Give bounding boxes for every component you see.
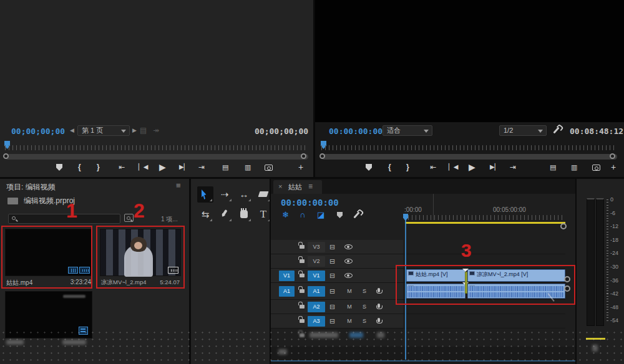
lock-icon[interactable] [300, 333, 305, 337]
step-forward-icon[interactable]: ▶▏ [179, 161, 188, 173]
search-input[interactable] [8, 214, 120, 224]
program-timecode[interactable]: 00:00:00:00 [329, 127, 383, 136]
next-page-icon[interactable]: ▶ [132, 127, 137, 133]
voiceover-mic-icon[interactable] [378, 318, 380, 322]
track-content-a3[interactable] [403, 314, 565, 328]
timeline-ruler[interactable] [404, 215, 565, 220]
track-target-a3[interactable]: A3 [308, 316, 325, 327]
settings-grid-icon[interactable]: ▤ [140, 126, 147, 135]
insert-as-nest-icon[interactable]: ❄ [282, 210, 289, 219]
track-visibility-icon[interactable] [344, 259, 353, 264]
lock-icon[interactable] [300, 289, 305, 293]
export-frame-icon[interactable] [265, 165, 273, 171]
step-back-icon[interactable]: ▏◀ [139, 161, 148, 173]
go-to-in-icon[interactable]: ⇤ [430, 161, 436, 173]
add-marker-icon[interactable] [337, 212, 343, 218]
source-patch-video[interactable]: V1 [279, 271, 295, 281]
hand-tool[interactable] [236, 206, 252, 223]
track-target-a1[interactable]: A1 [308, 286, 325, 297]
mute-button[interactable]: M [344, 302, 354, 311]
timeline-timecode[interactable]: 00:00:00:00 [281, 198, 339, 208]
mark-in-icon[interactable]: { [388, 161, 391, 173]
solo-button[interactable]: S [359, 287, 369, 295]
track-target-v3[interactable]: V3 [308, 242, 325, 252]
mark-out-icon[interactable]: } [97, 161, 100, 173]
insert-icon[interactable]: ▤ [222, 161, 228, 173]
play-icon[interactable]: ▶ [469, 161, 475, 173]
solo-button[interactable]: S [359, 302, 369, 311]
timeline-settings-icon[interactable] [353, 212, 359, 219]
track-content-v3[interactable] [403, 240, 565, 254]
source-timecode[interactable]: 00;00;00;00 [11, 127, 65, 136]
linked-selection-icon[interactable]: ◪ [317, 210, 324, 219]
type-tool[interactable]: T [255, 206, 270, 223]
go-to-out-icon[interactable]: ⇥ [510, 161, 516, 173]
source-zoom-scrollbar[interactable] [5, 154, 308, 160]
voiceover-mic-icon[interactable] [378, 288, 380, 292]
slip-tool[interactable]: ⇆ [197, 206, 213, 223]
program-ruler[interactable] [321, 145, 617, 150]
track-visibility-icon[interactable] [344, 273, 353, 278]
slider-handle-blurred[interactable] [592, 345, 598, 352]
mute-button[interactable]: M [344, 287, 354, 295]
ripple-edit-tool[interactable]: ↔ [236, 186, 252, 203]
sync-lock-icon[interactable]: ⊟ [329, 258, 335, 264]
playback-resolution-dropdown[interactable]: 1/2 [499, 125, 547, 136]
play-icon[interactable]: ▶ [159, 161, 166, 173]
lock-icon[interactable] [300, 319, 305, 323]
extract-icon[interactable]: ▥ [571, 161, 577, 173]
program-scroll-knob-right[interactable] [610, 153, 615, 159]
sync-lock-icon[interactable]: ⊟ [329, 318, 335, 324]
step-forward-icon[interactable]: ▶▏ [490, 161, 499, 173]
source-scroll-knob-left[interactable] [3, 153, 9, 159]
add-button-icon[interactable]: + [298, 161, 303, 173]
track-target-v2[interactable]: V2 [308, 256, 325, 267]
step-back-icon[interactable]: ▏◀ [449, 161, 458, 173]
lock-icon[interactable] [300, 305, 305, 309]
track-target-a2[interactable]: A2 [308, 302, 325, 312]
add-button-icon[interactable]: + [611, 161, 616, 173]
razor-tool[interactable] [255, 186, 270, 203]
sync-lock-icon[interactable]: ⊟ [329, 304, 335, 310]
overwrite-icon[interactable]: ▥ [245, 161, 251, 173]
solo-button[interactable]: S [359, 317, 369, 325]
mark-out-icon[interactable]: } [406, 161, 409, 173]
mark-in-icon[interactable]: { [78, 161, 81, 173]
panel-menu-icon[interactable]: ≡ [308, 182, 313, 191]
track-visibility-icon[interactable] [344, 244, 353, 249]
program-scroll-knob-left[interactable] [319, 153, 325, 159]
lock-icon[interactable] [300, 245, 305, 249]
export-frame-icon[interactable] [592, 165, 600, 171]
track-select-forward-tool[interactable]: ⇢ [217, 186, 233, 203]
add-marker-icon[interactable] [56, 164, 62, 171]
project-item-thumbnail-sequence[interactable] [5, 291, 92, 338]
page-selector-dropdown[interactable]: 第 1 页 [77, 125, 130, 136]
add-marker-icon[interactable] [366, 164, 372, 171]
settings-wrench-icon[interactable] [553, 127, 559, 134]
source-patch-audio[interactable]: A1 [279, 286, 295, 297]
source-ruler[interactable] [5, 145, 308, 150]
close-icon[interactable]: × [278, 183, 282, 190]
sync-lock-icon[interactable]: ⊟ [329, 272, 335, 279]
work-area-bar[interactable] [405, 222, 565, 224]
pen-tool[interactable] [217, 206, 233, 223]
horizontal-scrollbar[interactable] [271, 360, 575, 362]
scroll-handle-blurred[interactable] [278, 349, 287, 355]
panel-menu-icon[interactable]: ≡ [176, 181, 181, 190]
snap-icon[interactable]: ∩ [300, 210, 305, 219]
voiceover-mic-icon[interactable] [378, 304, 380, 308]
selection-tool[interactable] [197, 186, 213, 203]
drag-video-icon[interactable]: ↠ [153, 126, 159, 135]
volume-slider-blurred[interactable] [586, 338, 605, 340]
zoom-level-dropdown[interactable]: 适合 [383, 125, 432, 136]
program-zoom-scrollbar[interactable] [321, 154, 617, 160]
sync-lock-icon[interactable]: ⊟ [329, 288, 335, 294]
tab-sequence[interactable]: × 姑姑 ≡ [273, 180, 322, 194]
lift-icon[interactable]: ▤ [550, 161, 556, 173]
ruler-scroll-knob[interactable] [560, 223, 567, 229]
lock-icon[interactable] [300, 274, 305, 277]
source-scroll-knob-right[interactable] [301, 153, 306, 159]
mute-button[interactable]: M [344, 317, 354, 325]
go-to-in-icon[interactable]: ⇤ [119, 161, 125, 173]
track-target-v1[interactable]: V1 [308, 271, 325, 281]
